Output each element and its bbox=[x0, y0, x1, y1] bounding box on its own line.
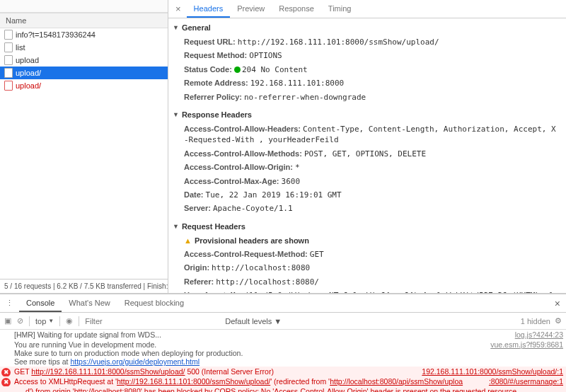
header-value: http://192.168.111.101:8000/ssmShow/uplo… bbox=[238, 38, 439, 47]
request-item[interactable]: upload/ bbox=[0, 67, 168, 79]
network-request-list-panel: Name info?t=1548173936244listuploaduploa… bbox=[0, 0, 168, 293]
request-list: info?t=1548173936244listuploadupload/upl… bbox=[0, 28, 168, 279]
more-icon[interactable]: ⋮ bbox=[0, 299, 19, 308]
header-key: Origin: bbox=[184, 263, 212, 272]
cors-link[interactable]: http://localhost:8080 bbox=[74, 387, 141, 392]
request-item[interactable]: info?t=1548173936244 bbox=[0, 28, 168, 41]
header-row: Status Code: 204 No Content bbox=[184, 63, 556, 76]
console-tab[interactable]: Console bbox=[19, 295, 62, 312]
header-row: Access-Control-Max-Age: 3600 bbox=[184, 175, 556, 188]
hidden-count[interactable]: 1 hidden bbox=[521, 317, 550, 325]
console-drawer: ⋮ ConsoleWhat's NewRequest blocking × ▣ … bbox=[0, 294, 566, 392]
header-value: http://localhost:8080/ bbox=[216, 277, 319, 287]
header-row: Referer: http://localhost:8080/ bbox=[184, 275, 556, 289]
header-row: Access-Control-Allow-Headers: Content-Ty… bbox=[184, 122, 556, 147]
provisional-warning: Provisional headers are shown bbox=[195, 236, 309, 245]
clear-console-icon[interactable]: ⊘ bbox=[17, 316, 23, 325]
console-message: Access to XMLHttpRequest at 'http://192.… bbox=[14, 377, 483, 386]
header-key: Access-Control-Allow-Headers: bbox=[184, 125, 303, 133]
request-item-label: info?t=1548173936244 bbox=[16, 30, 96, 39]
console-toolbar: ▣ ⊘ top ▼ ◉ Default levels ▼ 1 hidden ⚙ bbox=[0, 313, 566, 330]
console-source-link[interactable]: :8080/#/usermanage:1 bbox=[483, 377, 563, 386]
section-response-headers[interactable]: ▼Response Headers bbox=[168, 108, 566, 121]
detail-tab-response[interactable]: Response bbox=[272, 1, 321, 18]
close-drawer-icon[interactable]: × bbox=[549, 298, 566, 309]
header-row: User-Agent: Mozilla/5.0 (Windows NT 6.1;… bbox=[184, 289, 556, 293]
header-value: Mozilla/5.0 (Windows NT 6.1; Win64; x64)… bbox=[184, 291, 554, 293]
eye-icon[interactable]: ◉ bbox=[66, 316, 73, 325]
close-detail-icon[interactable]: × bbox=[171, 4, 185, 14]
header-key: Remote Address: bbox=[184, 79, 250, 87]
header-value: no-referrer-when-downgrade bbox=[244, 93, 366, 102]
console-error-row: ✖GET http://192.168.111.101:8000/ssmShow… bbox=[0, 367, 566, 376]
header-key: Access-Control-Max-Age: bbox=[184, 177, 282, 185]
console-source-link[interactable]: log.js?4244:23 bbox=[509, 330, 563, 339]
levels-selector[interactable]: Default levels ▼ bbox=[225, 317, 282, 325]
header-key: Server: bbox=[184, 204, 213, 212]
request-item[interactable]: upload bbox=[0, 54, 168, 67]
header-row: Server: Apache-Coyote/1.1 bbox=[184, 202, 556, 215]
header-row: Access-Control-Allow-Methods: POST, GET,… bbox=[184, 147, 556, 161]
name-column-header[interactable]: Name bbox=[0, 13, 168, 28]
request-item-label: upload/ bbox=[16, 69, 41, 77]
header-key: Access-Control-Allow-Origin: bbox=[184, 163, 295, 171]
context-selector[interactable]: top ▼ bbox=[35, 317, 54, 325]
header-value: Apache-Coyote/1.1 bbox=[213, 204, 293, 213]
console-message: GET http://192.168.111.101:8000/ssmShow/… bbox=[14, 367, 416, 376]
console-output: [HMR] Waiting for update signal from WDS… bbox=[0, 330, 566, 392]
header-value: 192.168.111.101:8000 bbox=[250, 79, 344, 88]
request-item-label: upload/ bbox=[16, 81, 41, 90]
console-message: [HMR] Waiting for update signal from WDS… bbox=[14, 330, 509, 339]
console-message: You are running Vue in development mode.… bbox=[14, 340, 485, 366]
header-key: Request Method: bbox=[184, 51, 249, 59]
header-value: Tue, 22 Jan 2019 16:19:01 GMT bbox=[206, 190, 342, 200]
file-icon bbox=[4, 68, 13, 78]
header-row: Access-Control-Allow-Origin: * bbox=[184, 161, 556, 174]
tri-down-icon: ▼ bbox=[173, 24, 179, 31]
request-item[interactable]: upload/ bbox=[0, 79, 168, 92]
console-log-row: You are running Vue in development mode.… bbox=[0, 340, 566, 367]
header-key: Status Code: bbox=[184, 65, 234, 74]
tri-down-icon: ▼ bbox=[173, 111, 179, 118]
console-tabs: ⋮ ConsoleWhat's NewRequest blocking × bbox=[0, 294, 566, 313]
detail-tab-timing[interactable]: Timing bbox=[321, 1, 359, 18]
header-value: * bbox=[295, 163, 300, 172]
header-row: Date: Tue, 22 Jan 2019 16:19:01 GMT bbox=[184, 188, 556, 202]
header-value: POST, GET, OPTIONS, DELETE bbox=[304, 149, 426, 158]
filter-input[interactable] bbox=[85, 317, 170, 325]
section-general[interactable]: ▼General bbox=[168, 21, 566, 34]
header-key: Date: bbox=[184, 190, 206, 199]
detail-tab-headers[interactable]: Headers bbox=[187, 1, 231, 18]
console-source-link[interactable]: vue.esm.js?f959:8681 bbox=[485, 340, 563, 366]
header-key: Access-Control-Allow-Methods: bbox=[184, 149, 304, 158]
header-key: Referrer Policy: bbox=[184, 93, 244, 101]
console-error-row: ✖Access to XMLHttpRequest at 'http://192… bbox=[0, 376, 566, 386]
request-item[interactable]: list bbox=[0, 41, 168, 54]
request-status-bar: 5 / 16 requests | 6.2 KB / 7.5 KB transf… bbox=[0, 279, 168, 293]
header-key: Access-Control-Request-Method: bbox=[184, 250, 310, 258]
console-tab[interactable]: What's New bbox=[62, 295, 117, 312]
gear-icon[interactable]: ⚙ bbox=[555, 316, 562, 325]
cors-link[interactable]: http://192.168.111.101:8000/ssmShow/uplo… bbox=[117, 377, 270, 386]
request-detail-panel: × HeadersPreviewResponseTiming ▼General … bbox=[168, 0, 566, 293]
file-icon bbox=[4, 30, 13, 40]
section-request-headers[interactable]: ▼Request Headers bbox=[168, 220, 566, 233]
chevron-down-icon: ▼ bbox=[48, 318, 54, 324]
detail-body: ▼General Request URL: http://192.168.111… bbox=[168, 18, 566, 293]
header-row: Access-Control-Request-Method: GET bbox=[184, 248, 556, 261]
console-source-link[interactable]: 192.168.111.101:8000/ssmShow/upload/:1 bbox=[416, 367, 563, 376]
sidebar-toggle-icon[interactable]: ▣ bbox=[4, 316, 11, 325]
detail-tab-preview[interactable]: Preview bbox=[230, 1, 272, 18]
header-row: Request URL: http://192.168.111.101:8000… bbox=[184, 35, 556, 49]
console-link[interactable]: https://vuejs.org/guide/deployment.html bbox=[70, 357, 200, 366]
console-tab[interactable]: Request blocking bbox=[117, 295, 191, 312]
file-icon bbox=[4, 42, 13, 52]
panel-top-strip bbox=[0, 0, 168, 13]
header-key: Referer: bbox=[184, 277, 216, 286]
request-item-label: upload bbox=[16, 56, 39, 64]
header-value: 204 No Content bbox=[234, 65, 308, 74]
cors-link[interactable]: http://localhost:8080/api/ssmShow/uploa bbox=[330, 377, 463, 386]
console-link[interactable]: http://192.168.111.101:8000/ssmShow/uplo… bbox=[31, 367, 185, 376]
request-item-label: list bbox=[16, 43, 25, 52]
header-value: GET bbox=[310, 250, 324, 259]
